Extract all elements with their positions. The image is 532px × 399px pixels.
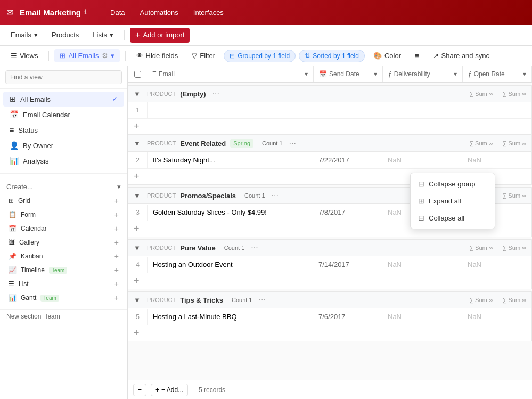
- group-sum-openrate: ∑ Sum ∞: [503, 192, 526, 199]
- grouped-btn[interactable]: ⊟ Grouped by 1 field: [224, 50, 296, 62]
- group-header-tips-tricks[interactable]: ▼ PRODUCT Tips & Tricks Count 1 ··· ∑ Su…: [128, 292, 531, 308]
- add-row-btn[interactable]: +: [128, 119, 531, 134]
- senddate-column-header[interactable]: 📅 Send Date ▾: [314, 66, 383, 82]
- context-collapse-all[interactable]: ⊟ Collapse all: [411, 209, 495, 226]
- row-date: 7/8/2017: [313, 204, 382, 221]
- color-btn[interactable]: 🎨 Color: [368, 49, 406, 62]
- sort-icon: ▾: [454, 70, 457, 78]
- row-number: 5: [128, 309, 148, 325]
- email-column-header[interactable]: Ξ Email ▾: [147, 66, 314, 82]
- add-icon: +: [114, 280, 119, 288]
- filter-btn[interactable]: ▽ Filter: [186, 49, 220, 62]
- deliverability-column-header[interactable]: ƒ Deliverability ▾: [383, 66, 463, 82]
- content-area: Ξ Email ▾ 📅 Send Date ▾ ƒ Deliverability…: [128, 66, 532, 399]
- app-bar-nav: Data Automations Interfaces: [104, 5, 230, 20]
- add-row-btn[interactable]: +: [128, 325, 531, 341]
- gantt-icon: 📊: [9, 294, 17, 302]
- table-scroll[interactable]: ▼ PRODUCT (Empty) ··· ∑ Sum ∞ ∑ Sum ∞ 1: [128, 83, 532, 380]
- email-icon: ✉: [6, 7, 13, 18]
- emails-dropdown[interactable]: Emails ▾: [5, 28, 43, 42]
- new-section-btn[interactable]: New section Team: [0, 309, 127, 323]
- col-senddate: 📅 Send Date ▾: [314, 66, 383, 82]
- add-btn[interactable]: +: [133, 384, 146, 396]
- find-view-input[interactable]: [5, 70, 122, 84]
- table-row: 1: [128, 102, 531, 119]
- create-timeline[interactable]: 📈 Timeline Team +: [6, 263, 121, 277]
- create-calendar[interactable]: 📅 Calendar +: [6, 222, 121, 235]
- more-options-icon[interactable]: ···: [258, 295, 265, 305]
- grid-icon: ⊞: [10, 95, 16, 103]
- context-collapse-group[interactable]: ⊟ Collapse group: [411, 175, 495, 192]
- sidebar-item-status[interactable]: ≡ Status: [3, 123, 124, 137]
- create-form[interactable]: 📋 Form +: [6, 208, 121, 222]
- openrate-column-header[interactable]: ƒ Open Rate ▾: [463, 66, 532, 82]
- group-header-event-related[interactable]: ▼ PRODUCT Event Related Spring Count 1 ·…: [128, 135, 531, 152]
- add-or-import-btn[interactable]: + Add or import: [130, 28, 190, 43]
- select-all-checkbox[interactable]: [134, 71, 141, 78]
- col-openrate: ƒ Open Rate ▾: [463, 66, 532, 82]
- text-icon: Ξ: [152, 70, 157, 78]
- row-email: It's Saturday Night...: [148, 152, 313, 168]
- check-icon: ✓: [112, 95, 118, 103]
- sidebar-item-all-emails[interactable]: ⊞ All Emails ✓: [3, 92, 124, 107]
- nav-automations[interactable]: Automations: [134, 5, 185, 20]
- group-sum-openrate: ∑ Sum ∞: [503, 140, 526, 146]
- add-icon: +: [114, 252, 119, 260]
- group-sum-openrate: ∑ Sum ∞: [503, 245, 526, 251]
- create-gantt[interactable]: 📊 Gantt Team +: [6, 291, 121, 305]
- analysis-icon: 📊: [10, 157, 19, 165]
- lists-btn[interactable]: Lists ▾: [87, 28, 119, 42]
- expand-icon[interactable]: ▼: [134, 90, 141, 98]
- create-kanban[interactable]: 📌 Kanban +: [6, 249, 121, 263]
- new-section-team-badge: Team: [44, 313, 60, 320]
- more-options-icon[interactable]: ···: [272, 191, 279, 200]
- col-check: [128, 71, 147, 78]
- sorted-btn[interactable]: ⇅ Sorted by 1 field: [299, 50, 365, 62]
- timeline-icon: 📈: [9, 266, 17, 274]
- expand-icon[interactable]: ▼: [134, 140, 141, 148]
- bottom-bar: + + + Add... 5 records: [128, 380, 532, 399]
- expand-icon[interactable]: ▼: [134, 244, 141, 252]
- products-btn[interactable]: Products: [46, 28, 84, 42]
- row-openrate: NaN: [462, 152, 531, 168]
- col-deliverability: ƒ Deliverability ▾: [383, 66, 463, 82]
- more-options-icon[interactable]: ···: [212, 89, 219, 99]
- toolbar: Emails ▾ Products Lists ▾ + Add or impor…: [0, 25, 532, 46]
- context-expand-all[interactable]: ⊞ Expand all: [411, 192, 495, 209]
- form-icon: 📋: [9, 211, 17, 218]
- add-label-btn[interactable]: + + Add...: [151, 384, 188, 396]
- main-layout: ⊞ All Emails ✓ 📅 Email Calendar ≡ Status…: [0, 66, 532, 399]
- nav-interfaces[interactable]: Interfaces: [187, 5, 230, 20]
- create-grid[interactable]: ⊞ Grid +: [6, 194, 121, 208]
- expand-icon[interactable]: ▼: [134, 192, 141, 200]
- expand-icon[interactable]: ▼: [134, 296, 141, 304]
- add-icon: +: [114, 197, 119, 205]
- row-height-btn[interactable]: ≡: [410, 49, 424, 62]
- more-options-icon[interactable]: ···: [289, 139, 296, 148]
- sort-icon: ▾: [374, 70, 377, 78]
- row-deliverability: NaN: [382, 152, 462, 168]
- sidebar-item-by-owner[interactable]: 👤 By Owner: [3, 138, 124, 153]
- func-icon: ƒ: [388, 70, 392, 78]
- app-bar: ✉ Email Marketing ℹ Data Automations Int…: [0, 0, 532, 25]
- sidebar-item-label: By Owner: [23, 142, 53, 150]
- create-gallery[interactable]: 🖼 Gallery +: [6, 235, 121, 249]
- create-header[interactable]: Create... ▾: [6, 181, 121, 194]
- group-header-pure-value[interactable]: ▼ PRODUCT Pure Value Count 1 ··· ∑ Sum ∞…: [128, 240, 531, 256]
- sidebar-item-analysis[interactable]: 📊 Analysis: [3, 153, 124, 168]
- team-badge: Team: [40, 295, 59, 302]
- all-emails-view-btn[interactable]: ⊞ All Emails ⚙ ▾: [54, 49, 119, 62]
- team-badge: Team: [49, 267, 67, 274]
- add-row-btn[interactable]: +: [128, 273, 531, 289]
- row-email: Golden Saturday Slices - Only $4.99!: [148, 204, 313, 221]
- hide-fields-btn[interactable]: 👁 Hide fields: [131, 49, 184, 62]
- sidebar-item-email-calendar[interactable]: 📅 Email Calendar: [3, 107, 124, 122]
- create-list[interactable]: ☰ List +: [6, 277, 121, 291]
- group-header-empty[interactable]: ▼ PRODUCT (Empty) ··· ∑ Sum ∞ ∑ Sum ∞: [128, 86, 531, 102]
- table-row: 2 It's Saturday Night... 7/22/2017 NaN N…: [128, 152, 531, 169]
- nav-data[interactable]: Data: [104, 5, 131, 20]
- share-sync-btn[interactable]: ↗ Share and sync: [428, 49, 495, 62]
- func-icon: ƒ: [468, 70, 472, 78]
- more-options-icon[interactable]: ···: [251, 243, 258, 253]
- views-btn[interactable]: ☰ Views: [5, 49, 43, 62]
